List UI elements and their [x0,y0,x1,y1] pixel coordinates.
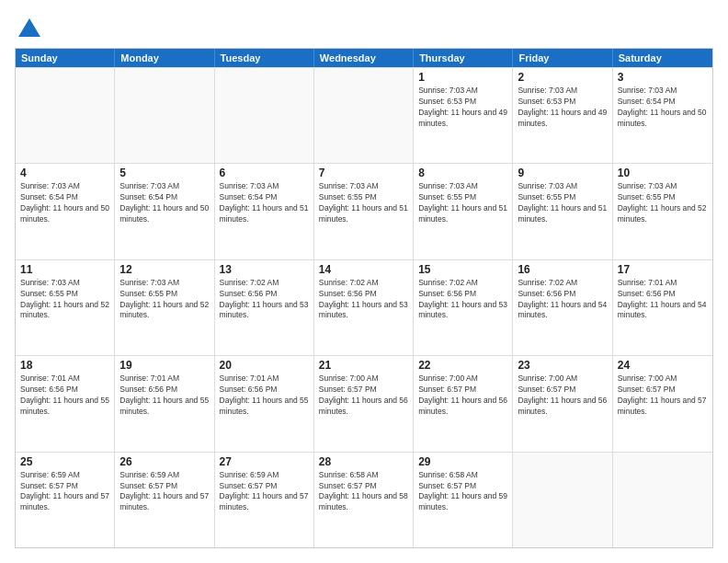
calendar-cell: 21Sunrise: 7:00 AM Sunset: 6:57 PM Dayli… [314,356,414,451]
day-info: Sunrise: 7:00 AM Sunset: 6:57 PM Dayligh… [518,373,607,418]
day-number: 5 [119,167,209,179]
calendar-cell: 5Sunrise: 7:03 AM Sunset: 6:54 PM Daylig… [115,164,214,259]
calendar-cell: 17Sunrise: 7:01 AM Sunset: 6:56 PM Dayli… [613,260,712,355]
day-info: Sunrise: 7:03 AM Sunset: 6:54 PM Dayligh… [119,181,209,225]
day-number: 26 [119,455,209,468]
day-number: 19 [119,359,209,372]
day-number: 7 [319,167,408,179]
day-info: Sunrise: 7:01 AM Sunset: 6:56 PM Dayligh… [618,278,708,322]
day-number: 13 [220,263,309,276]
header-day-tuesday: Tuesday [215,49,314,67]
day-info: Sunrise: 7:03 AM Sunset: 6:55 PM Dayligh… [319,181,408,225]
calendar-cell: 16Sunrise: 7:02 AM Sunset: 6:56 PM Dayli… [513,260,612,355]
day-info: Sunrise: 7:03 AM Sunset: 6:54 PM Dayligh… [220,181,309,225]
day-info: Sunrise: 6:59 AM Sunset: 6:57 PM Dayligh… [220,470,309,514]
calendar-cell: 9Sunrise: 7:03 AM Sunset: 6:55 PM Daylig… [513,164,612,259]
calendar-cell [115,68,214,163]
day-info: Sunrise: 7:03 AM Sunset: 6:54 PM Dayligh… [20,181,109,225]
calendar-cell: 11Sunrise: 7:03 AM Sunset: 6:55 PM Dayli… [16,260,115,355]
calendar-row-2: 11Sunrise: 7:03 AM Sunset: 6:55 PM Dayli… [16,259,712,355]
day-info: Sunrise: 7:03 AM Sunset: 6:55 PM Dayligh… [119,278,209,322]
day-info: Sunrise: 7:02 AM Sunset: 6:56 PM Dayligh… [518,278,607,322]
calendar-cell: 12Sunrise: 7:03 AM Sunset: 6:55 PM Dayli… [115,260,214,355]
header-day-monday: Monday [115,49,214,67]
calendar-row-1: 4Sunrise: 7:03 AM Sunset: 6:54 PM Daylig… [16,163,712,259]
calendar-cell: 26Sunrise: 6:59 AM Sunset: 6:57 PM Dayli… [115,453,214,547]
day-number: 25 [20,455,109,468]
calendar-cell: 13Sunrise: 7:02 AM Sunset: 6:56 PM Dayli… [215,260,314,355]
calendar-cell [215,68,314,163]
day-number: 24 [618,359,708,372]
header-day-wednesday: Wednesday [314,49,414,67]
page: SundayMondayTuesdayWednesdayThursdayFrid… [0,0,728,563]
calendar-cell: 4Sunrise: 7:03 AM Sunset: 6:54 PM Daylig… [16,164,115,259]
calendar-cell: 18Sunrise: 7:01 AM Sunset: 6:56 PM Dayli… [16,356,115,451]
day-info: Sunrise: 6:59 AM Sunset: 6:57 PM Dayligh… [20,470,109,514]
day-info: Sunrise: 7:03 AM Sunset: 6:55 PM Dayligh… [618,181,708,225]
day-number: 20 [220,359,309,372]
calendar-cell [314,68,414,163]
calendar-row-4: 25Sunrise: 6:59 AM Sunset: 6:57 PM Dayli… [16,452,712,547]
day-number: 3 [618,71,708,84]
calendar-cell: 8Sunrise: 7:03 AM Sunset: 6:55 PM Daylig… [414,164,513,259]
day-number: 2 [518,71,607,84]
calendar-cell: 3Sunrise: 7:03 AM Sunset: 6:54 PM Daylig… [613,68,712,163]
day-number: 6 [220,167,309,179]
calendar-row-3: 18Sunrise: 7:01 AM Sunset: 6:56 PM Dayli… [16,355,712,451]
day-info: Sunrise: 7:03 AM Sunset: 6:54 PM Dayligh… [618,86,708,130]
day-number: 17 [618,263,708,276]
calendar-cell: 10Sunrise: 7:03 AM Sunset: 6:55 PM Dayli… [613,164,712,259]
day-number: 10 [618,167,708,179]
logo [15,15,42,40]
day-info: Sunrise: 7:02 AM Sunset: 6:56 PM Dayligh… [220,278,309,322]
calendar-cell: 1Sunrise: 7:03 AM Sunset: 6:53 PM Daylig… [414,68,513,163]
day-number: 14 [319,263,408,276]
calendar-header: SundayMondayTuesdayWednesdayThursdayFrid… [16,49,712,67]
calendar-cell [513,453,612,547]
day-info: Sunrise: 6:58 AM Sunset: 6:57 PM Dayligh… [319,470,408,514]
header-day-friday: Friday [513,49,612,67]
day-info: Sunrise: 7:02 AM Sunset: 6:56 PM Dayligh… [418,278,507,322]
day-info: Sunrise: 7:03 AM Sunset: 6:55 PM Dayligh… [518,181,607,225]
day-number: 4 [20,167,109,179]
calendar-cell: 22Sunrise: 7:00 AM Sunset: 6:57 PM Dayli… [414,356,513,451]
calendar-cell: 7Sunrise: 7:03 AM Sunset: 6:55 PM Daylig… [314,164,414,259]
day-info: Sunrise: 7:03 AM Sunset: 6:53 PM Dayligh… [518,86,607,130]
day-number: 16 [518,263,607,276]
day-info: Sunrise: 7:03 AM Sunset: 6:53 PM Dayligh… [418,86,507,130]
day-info: Sunrise: 7:02 AM Sunset: 6:56 PM Dayligh… [319,278,408,322]
calendar-cell: 6Sunrise: 7:03 AM Sunset: 6:54 PM Daylig… [215,164,314,259]
day-info: Sunrise: 7:03 AM Sunset: 6:55 PM Dayligh… [20,278,109,322]
day-info: Sunrise: 7:00 AM Sunset: 6:57 PM Dayligh… [418,373,507,418]
header-day-saturday: Saturday [613,49,712,67]
header-day-sunday: Sunday [16,49,115,67]
calendar-row-0: 1Sunrise: 7:03 AM Sunset: 6:53 PM Daylig… [16,67,712,163]
day-number: 28 [319,455,408,468]
day-number: 23 [518,359,607,372]
logo-icon [17,15,42,40]
calendar-cell [613,453,712,547]
calendar-cell: 29Sunrise: 6:58 AM Sunset: 6:57 PM Dayli… [414,453,513,547]
day-number: 11 [20,263,109,276]
day-number: 9 [518,167,607,179]
day-number: 12 [119,263,209,276]
day-number: 18 [20,359,109,372]
day-info: Sunrise: 6:59 AM Sunset: 6:57 PM Dayligh… [119,470,209,514]
calendar-cell: 15Sunrise: 7:02 AM Sunset: 6:56 PM Dayli… [414,260,513,355]
day-info: Sunrise: 7:01 AM Sunset: 6:56 PM Dayligh… [220,373,309,418]
day-info: Sunrise: 7:00 AM Sunset: 6:57 PM Dayligh… [319,373,408,418]
calendar-cell: 24Sunrise: 7:00 AM Sunset: 6:57 PM Dayli… [613,356,712,451]
calendar-cell: 19Sunrise: 7:01 AM Sunset: 6:56 PM Dayli… [115,356,214,451]
day-number: 22 [418,359,507,372]
day-info: Sunrise: 7:01 AM Sunset: 6:56 PM Dayligh… [119,373,209,418]
calendar-body: 1Sunrise: 7:03 AM Sunset: 6:53 PM Daylig… [16,67,712,547]
day-number: 29 [418,455,507,468]
calendar-cell: 20Sunrise: 7:01 AM Sunset: 6:56 PM Dayli… [215,356,314,451]
header-day-thursday: Thursday [414,49,513,67]
day-info: Sunrise: 6:58 AM Sunset: 6:57 PM Dayligh… [418,470,507,514]
calendar-cell: 2Sunrise: 7:03 AM Sunset: 6:53 PM Daylig… [513,68,612,163]
day-number: 27 [220,455,309,468]
calendar-cell: 28Sunrise: 6:58 AM Sunset: 6:57 PM Dayli… [314,453,414,547]
day-number: 8 [418,167,507,179]
day-number: 21 [319,359,408,372]
